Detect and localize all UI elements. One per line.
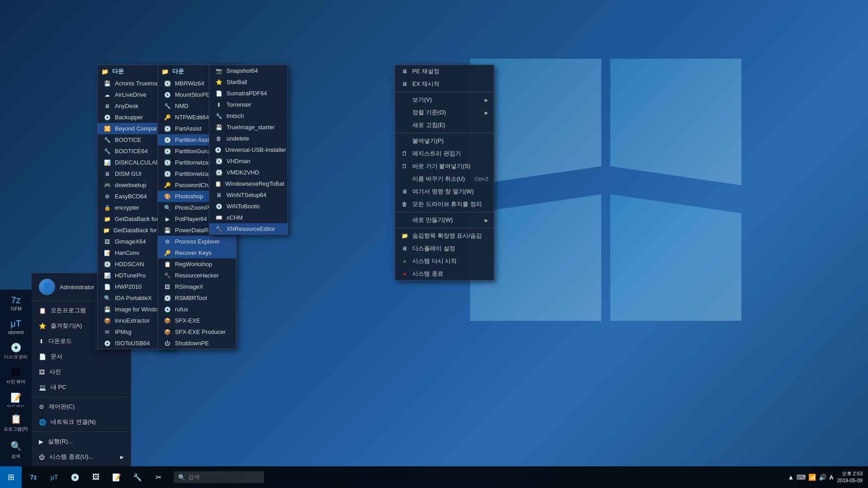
context-undo-rename[interactable]: 이름 바꾸기 취소(U) Ctrl+Z xyxy=(395,173,494,185)
menu-item-vmdk2vhd[interactable]: 💽VMDK2VHD xyxy=(209,167,288,178)
start-item-photos[interactable]: 🖼 사진 xyxy=(32,364,131,380)
start-item-documents[interactable]: 📄 문서 xyxy=(32,349,131,364)
taskbar-right: ▲ ⌨ 📶 🔊 A 오후 2:53 2019-05-09 xyxy=(788,470,868,484)
start-strip-utorrent[interactable]: μT utorrent xyxy=(6,317,25,337)
menu-item-wintobootic[interactable]: 💿WiNToBootic xyxy=(209,201,288,212)
context-open-cmd[interactable]: 🖥여기서 명령 창 열기(W) xyxy=(395,185,494,198)
taskbar-icon-utorrent[interactable]: μT xyxy=(44,467,64,487)
start-left-strip: 📋 프로그램(P) 🔍 검색 xyxy=(0,407,32,466)
start-sep2 xyxy=(32,432,131,432)
context-sep4 xyxy=(395,228,494,228)
context-pasteshortcut[interactable]: 🗒바로 가기 붙여넣기(S) xyxy=(395,160,494,173)
taskbar-icon-sniptool[interactable]: ✂ xyxy=(148,467,168,487)
context-toggle-hidden[interactable]: 📁숨김항목 확장명 표시/숨김 xyxy=(395,230,494,242)
menu-item-vhdman[interactable]: 💽VHDman xyxy=(209,155,288,167)
context-system-restart[interactable]: ●시스템 다시 시작 xyxy=(395,255,494,267)
systray-volume[interactable]: 🔊 xyxy=(819,474,826,481)
start-item-run[interactable]: ▶ 실행(R)... xyxy=(32,434,131,449)
taskbar-icon-7z[interactable]: 7z xyxy=(24,467,43,487)
user-avatar: 👤 xyxy=(39,279,55,295)
systray-network[interactable]: 📶 xyxy=(808,474,816,481)
taskbar-icon-diskman[interactable]: 💿 xyxy=(65,467,85,487)
start-button[interactable]: ⊞ xyxy=(0,466,22,488)
context-refresh[interactable]: 새로 고침(E) xyxy=(395,119,494,131)
taskbar-icon-devmgr[interactable]: 🔧 xyxy=(127,467,147,487)
menu-item-xnresourceeditor[interactable]: 🔨XNResourceEditor xyxy=(209,223,288,235)
start-search-button[interactable]: 🔍 검색 xyxy=(3,437,28,463)
menu-item-processexplorer[interactable]: ⚙Process Explorer xyxy=(158,236,236,247)
context-new[interactable]: 새로 만들기(W)▶ xyxy=(395,214,494,226)
start-strip-photoviewer[interactable]: 🖼 사진 뷰어 xyxy=(5,366,28,387)
context-display-settings[interactable]: 🖥디스플레이 설정 xyxy=(395,242,494,255)
program-menu-col3: 📷Snapshot64 ⭐StarBall 📄SumatraPDF64 ⬇Tor… xyxy=(209,65,288,235)
context-sort[interactable]: 정렬 기준(O)▶ xyxy=(395,106,494,119)
search-placeholder: 검색 xyxy=(188,473,200,481)
start-programs-button[interactable]: 📋 프로그램(P) xyxy=(3,410,28,436)
menu-item-windowsexeregtobat[interactable]: 📋WindowsexeRegToBat xyxy=(209,178,288,189)
menu-item-torrenser[interactable]: ⬇Torrenser xyxy=(209,99,288,110)
context-regedit[interactable]: 🗒레지스트리 편집기 xyxy=(395,147,494,160)
start-strip-diskman[interactable]: 💿 디스크 관리 xyxy=(2,340,30,362)
menu-item-snapshot[interactable]: 📷Snapshot64 xyxy=(209,65,288,76)
clock-date: 2019-05-09 xyxy=(837,477,863,484)
desktop-context-menu: 🖥PE 재설정 🖥EX 재시작 보기(V)▶ 정렬 기준(O)▶ 새로 고침(E… xyxy=(395,65,494,281)
menu-item-rsmbrtool[interactable]: 💽RSMBRTool xyxy=(158,292,236,304)
systray-icons: ▲ ⌨ 📶 🔊 A xyxy=(788,474,833,481)
menu-item-xchm[interactable]: 📖xCHM xyxy=(209,212,288,223)
start-strip-7zfm[interactable]: 7z 7zFM xyxy=(9,293,24,313)
context-clean-drives[interactable]: 🗑모든 드라이브 휴지를 정리 xyxy=(395,198,494,211)
menu-item-sfxexe[interactable]: 📦SFX-EXE xyxy=(158,315,236,326)
menu-item-shutdownpe[interactable]: ⏻ShutdownPE xyxy=(158,338,236,349)
taskbar-search[interactable]: 🔍 검색 xyxy=(174,471,264,483)
menu-item-winntsetup[interactable]: 🖥WinNTSetup64 xyxy=(209,189,288,201)
desktop: 📁 다운 ▶ 💾Acronis Trueimage ☁AirLiveDrive … xyxy=(0,0,868,488)
menu-item-resourcehacker[interactable]: 🔨ResourceHacker xyxy=(158,270,236,281)
search-icon: 🔍 xyxy=(178,474,185,481)
context-pe-settings[interactable]: 🖥PE 재설정 xyxy=(395,65,494,78)
start-item-network[interactable]: 🌐 네트워크 연결(N) xyxy=(32,414,131,430)
menu-item-rufus[interactable]: 💿rufus xyxy=(158,304,236,315)
menu-item-rsimagex[interactable]: 🖼RSImageX xyxy=(158,281,236,292)
context-paste[interactable]: 붙여넣기(P) xyxy=(395,135,494,147)
context-view[interactable]: 보기(V)▶ xyxy=(395,94,494,106)
taskbar: ⊞ 7z μT 💿 🖼 📝 🔧 ✂ 🔍 검색 ▲ ⌨ 📶 🔊 A xyxy=(0,466,868,488)
menu-item-trueimage-starter[interactable]: 💾TrueImage_starter xyxy=(209,122,288,133)
clock-time: 오후 2:53 xyxy=(837,470,863,477)
systray-arrow[interactable]: ▲ xyxy=(788,474,794,481)
menu-item-undelete[interactable]: 🗑undelete xyxy=(209,133,288,144)
taskbar-clock[interactable]: 오후 2:53 2019-05-09 xyxy=(837,470,863,484)
systray-lang[interactable]: A xyxy=(829,474,833,481)
windows-logo-bg xyxy=(461,36,778,352)
start-item-shutdown[interactable]: ⏻ 시스템 종료(U)... ▶ xyxy=(32,449,131,465)
taskbar-icon-wordpad[interactable]: 📝 xyxy=(107,467,127,487)
context-ex-restart[interactable]: 🖥EX 재시작 xyxy=(395,78,494,90)
menu-item-recoverkeys[interactable]: 🔑Recover Keys xyxy=(158,247,236,258)
username-label: Administrator xyxy=(60,284,94,291)
taskbar-pinned-icons: 7z μT 💿 🖼 📝 🔧 ✂ xyxy=(22,467,170,487)
systray-keyboard[interactable]: ⌨ xyxy=(797,474,806,481)
context-sep3 xyxy=(395,212,494,212)
menu-item-sfxexeproducer[interactable]: 📦SFX-EXE Producer xyxy=(158,326,236,338)
start-item-mypc[interactable]: 💻 내 PC xyxy=(32,380,131,395)
menu-item-sumatrapdf[interactable]: 📄SumatraPDF64 xyxy=(209,88,288,99)
taskbar-icon-photoviewer[interactable]: 🖼 xyxy=(86,467,106,487)
start-item-controlpanel[interactable]: ⚙ 제어판(C) xyxy=(32,399,131,414)
context-system-shutdown[interactable]: ●시스템 종료 xyxy=(395,267,494,280)
context-sep2 xyxy=(395,133,494,133)
menu-item-tmtsch[interactable]: 🔧tmtsch xyxy=(209,110,288,122)
menu-item-universalusb[interactable]: 💿Universal-USB-Installer xyxy=(209,144,288,155)
start-sep1 xyxy=(32,397,131,397)
menu-item-starball[interactable]: ⭐StarBall xyxy=(209,76,288,88)
context-sep1 xyxy=(395,92,494,92)
menu-item-regworkshop[interactable]: 📋RegWorkshop xyxy=(158,258,236,270)
